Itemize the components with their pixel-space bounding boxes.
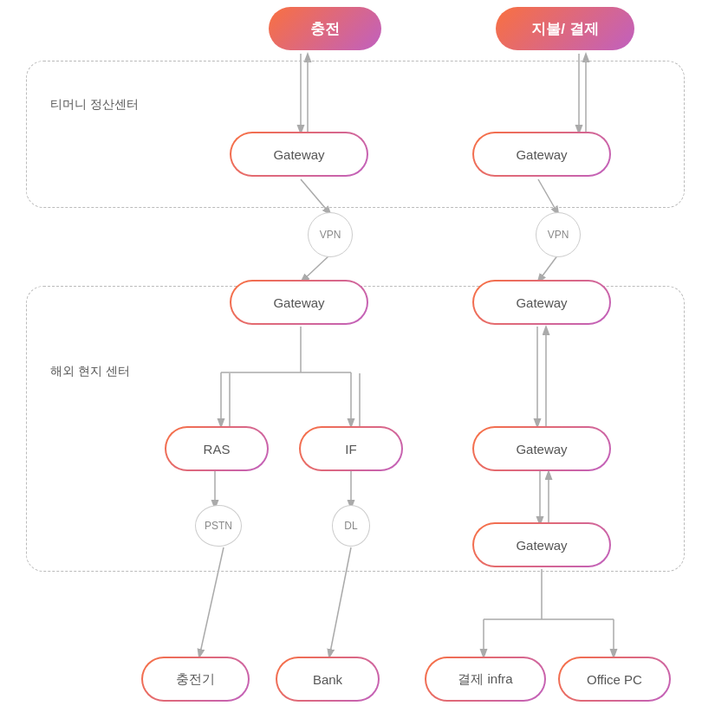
payment-infra-node: 결제 infra xyxy=(425,657,546,702)
charge-label: 충전 xyxy=(310,19,340,39)
bank-node: Bank xyxy=(276,657,380,702)
gateway-top-left: Gateway xyxy=(230,132,368,177)
gateway-right2: Gateway xyxy=(472,426,611,471)
payment-infra-label: 결제 infra xyxy=(458,671,512,688)
pstn-node: PSTN xyxy=(195,505,242,547)
if-node: IF xyxy=(299,426,403,471)
bank-label: Bank xyxy=(313,672,342,687)
payment-label: 지불/ 결제 xyxy=(531,19,598,39)
charger-label: 충전기 xyxy=(176,671,215,688)
gateway-mid-left: Gateway xyxy=(230,280,368,325)
gateway-mid-right-label: Gateway xyxy=(516,295,567,310)
charger-node: 충전기 xyxy=(141,657,250,702)
office-pc-node: Office PC xyxy=(558,657,671,702)
ras-label: RAS xyxy=(204,442,231,456)
vpn-right-label: VPN xyxy=(548,229,569,241)
charge-button[interactable]: 충전 xyxy=(269,7,381,50)
gateway-top-left-label: Gateway xyxy=(273,147,324,162)
timoney-region-label: 티머니 정산센터 xyxy=(50,97,139,113)
diagram: 티머니 정산센터 해외 현지 센터 충전 지불/ 결제 Gateway Gate… xyxy=(0,0,728,725)
gateway-top-right: Gateway xyxy=(472,132,611,177)
payment-button[interactable]: 지불/ 결제 xyxy=(496,7,634,50)
vpn-left-label: VPN xyxy=(320,229,341,241)
gateway-top-right-label: Gateway xyxy=(516,147,567,162)
svg-line-5 xyxy=(302,255,330,282)
vpn-right: VPN xyxy=(536,212,581,257)
if-label: IF xyxy=(345,442,356,456)
dl-node: DL xyxy=(332,505,370,547)
gateway-bottom-right: Gateway xyxy=(472,522,611,567)
pstn-label: PSTN xyxy=(205,520,232,532)
gateway-mid-left-label: Gateway xyxy=(273,295,324,310)
svg-line-7 xyxy=(538,255,558,282)
ras-node: RAS xyxy=(165,426,269,471)
gateway-right2-label: Gateway xyxy=(516,442,567,456)
gateway-bottom-right-label: Gateway xyxy=(516,538,567,553)
overseas-region-label: 해외 현지 센터 xyxy=(50,364,130,379)
dl-label: DL xyxy=(344,520,357,532)
gateway-mid-right: Gateway xyxy=(472,280,611,325)
office-pc-label: Office PC xyxy=(587,672,642,687)
vpn-left: VPN xyxy=(308,212,353,257)
